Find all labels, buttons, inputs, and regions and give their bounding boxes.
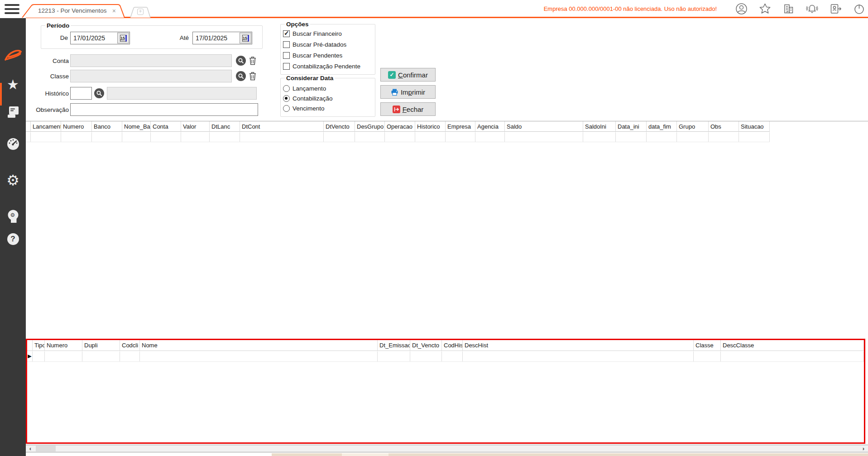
grid1-column-header-nome_ban[interactable]: Nome_Ban [122, 121, 151, 131]
grid1-empty-row[interactable] [26, 132, 770, 142]
grid2-header: TipoNumeroDupliCodcliNomeDt_EmissaoDt_Ve… [27, 340, 864, 351]
sidebar-item-favorites[interactable]: ★ [0, 76, 26, 92]
grid1-column-header-grupo[interactable]: Grupo [677, 121, 709, 131]
observacao-input[interactable] [70, 103, 258, 116]
grid1-column-header-empresa[interactable]: Empresa [446, 121, 475, 131]
checkbox-2-unchecked[interactable] [283, 52, 290, 59]
grid1-column-header-desgrupo[interactable]: DesGrupo [355, 121, 385, 131]
grid2-column-header-tipo[interactable]: Tipo [33, 340, 45, 350]
grid2-column-header-classe[interactable]: Classe [694, 340, 721, 350]
grid1-column-header-agencia[interactable]: Agencia [475, 121, 505, 131]
bottom-strip-white [26, 453, 272, 456]
new-tab-button[interactable]: + [130, 7, 151, 18]
historico-desc-input[interactable] [107, 87, 257, 100]
grid1-header: LancamentNumeroBancoNome_BanContaValorDt… [26, 121, 770, 132]
radio-2-unselected[interactable] [283, 105, 290, 112]
star-icon[interactable] [759, 3, 771, 15]
grid2-column-header-codhist[interactable]: CodHist [442, 340, 463, 350]
sidebar-item-assistant[interactable]: ⚙ [0, 206, 26, 226]
user-icon[interactable] [735, 3, 748, 15]
opcoes-fieldset: Opções Buscar FinanceiroBuscar Pré-datad… [280, 24, 375, 75]
checkbox-0-checked[interactable] [283, 30, 290, 37]
checkbox-3-unchecked[interactable] [283, 63, 290, 70]
building-icon[interactable] [782, 3, 795, 15]
grid1-column-header-banco[interactable]: Banco [92, 121, 122, 131]
classe-input[interactable] [70, 70, 232, 82]
grid1-column-header-saldo[interactable]: Saldo [505, 121, 583, 131]
power-icon[interactable] [853, 3, 865, 15]
grid1-cell-lancament [31, 132, 61, 142]
conta-clear-button[interactable] [248, 56, 257, 66]
conta-input[interactable] [70, 54, 232, 67]
grid1-column-header-operacao[interactable]: Operacao [385, 121, 415, 131]
classe-search-button[interactable] [236, 71, 246, 81]
grid2-column-header-deschist[interactable]: DescHist [463, 340, 694, 350]
scroll-right-arrow[interactable]: › [859, 445, 868, 452]
fechar-button[interactable]: Fechar [380, 102, 436, 116]
grid2-cell-numero [45, 351, 82, 361]
conta-search-button[interactable] [236, 56, 246, 66]
grid1-column-header-dtcont[interactable]: DtCont [240, 121, 324, 131]
observacao-label: Observação [30, 106, 69, 113]
grid1-column-header-lancament[interactable]: Lancament [31, 121, 61, 131]
grid2-column-header-dupli[interactable]: Dupli [82, 340, 120, 350]
grid2-column-header-numero[interactable]: Numero [45, 340, 82, 350]
active-item-indicator [0, 83, 2, 106]
sidebar-item-settings[interactable]: ⚙ [0, 171, 26, 189]
grid2-cell-nome [140, 351, 378, 361]
horizontal-scrollbar[interactable]: ‹ › [26, 445, 868, 452]
grid1-column-header-dtvencto[interactable]: DtVencto [324, 121, 355, 131]
grid2-cell-descclasse [721, 351, 864, 361]
grid2-row-selector: ▶ [27, 351, 33, 361]
grid2-column-header-codcli[interactable]: Codcli [120, 340, 140, 350]
classe-clear-button[interactable] [248, 71, 257, 81]
conta-label: Conta [30, 58, 69, 64]
grid2-column-header-descclasse[interactable]: DescClasse [721, 340, 864, 350]
sidebar-item-dashboard[interactable] [0, 135, 26, 153]
grid1-cell-obs [709, 132, 739, 142]
fechar-label: Fechar [403, 106, 424, 113]
grid2-column-header-nome[interactable]: Nome [140, 340, 378, 350]
grid1-column-header-situacao[interactable]: Situacao [739, 121, 770, 131]
checkbox-1-unchecked[interactable] [283, 41, 290, 48]
tab-por-vencimentos[interactable]: 12213 - Por Vencimentos × [22, 4, 126, 18]
radio-0-unselected[interactable] [283, 85, 290, 92]
grid2-cell-codhist [442, 351, 463, 361]
tab-close-icon[interactable]: × [112, 7, 116, 14]
grid1-column-header-historico[interactable]: Historico [415, 121, 446, 131]
sidebar-item-reports[interactable] [0, 103, 26, 121]
considerar-row-1: Contabilização [283, 95, 333, 102]
grid2-cell-dt_emissao [378, 351, 410, 361]
sidebar-item-help[interactable]: ? [0, 231, 26, 247]
historico-search-button[interactable] [94, 88, 104, 98]
calendar-to-button[interactable]: 15 [240, 33, 251, 43]
grid1-column-header-numero[interactable]: Numero [61, 121, 92, 131]
logout-icon[interactable] [830, 3, 842, 15]
grid2-cell-dt_vencto [410, 351, 442, 361]
grid1-column-header-obs[interactable]: Obs [709, 121, 739, 131]
imprimir-button[interactable]: Imprimir [380, 85, 436, 99]
grid2-selector-header [27, 340, 33, 350]
grid1-column-header-data_ini[interactable]: Data_ini [616, 121, 647, 131]
grid1-column-header-valor[interactable]: Valor [181, 121, 210, 131]
opcoes-rows: Buscar FinanceiroBuscar Pré-datadosBusca… [283, 30, 360, 74]
grid1-column-header-conta[interactable]: Conta [151, 121, 181, 131]
grid2-current-row[interactable]: ▶ [27, 351, 864, 362]
calendar-from-button[interactable]: 15 [117, 33, 129, 43]
menu-icon[interactable] [5, 4, 19, 14]
grid2-column-header-dt_emissao[interactable]: Dt_Emissao [378, 340, 410, 350]
grid1-column-header-saldoini[interactable]: SaldoIni [583, 121, 616, 131]
grid1-column-header-dtlanc[interactable]: DtLanc [210, 121, 240, 131]
grid2-cell-tipo [33, 351, 45, 361]
confirmar-button[interactable]: ✓ Confirmar [380, 68, 436, 82]
scroll-thumb[interactable] [36, 446, 56, 451]
opcao-row-3: Contabilização Pendente [283, 63, 360, 70]
grid1-row-selector [26, 132, 31, 142]
scroll-left-arrow[interactable]: ‹ [26, 445, 35, 452]
radio-1-selected[interactable] [283, 95, 290, 102]
historico-code-input[interactable] [70, 87, 92, 100]
app-logo[interactable] [0, 45, 26, 63]
grid2-column-header-dt_vencto[interactable]: Dt_Vencto [410, 340, 442, 350]
grid1-column-header-data_fim[interactable]: data_fim [647, 121, 677, 131]
bell-icon[interactable] [806, 3, 818, 15]
